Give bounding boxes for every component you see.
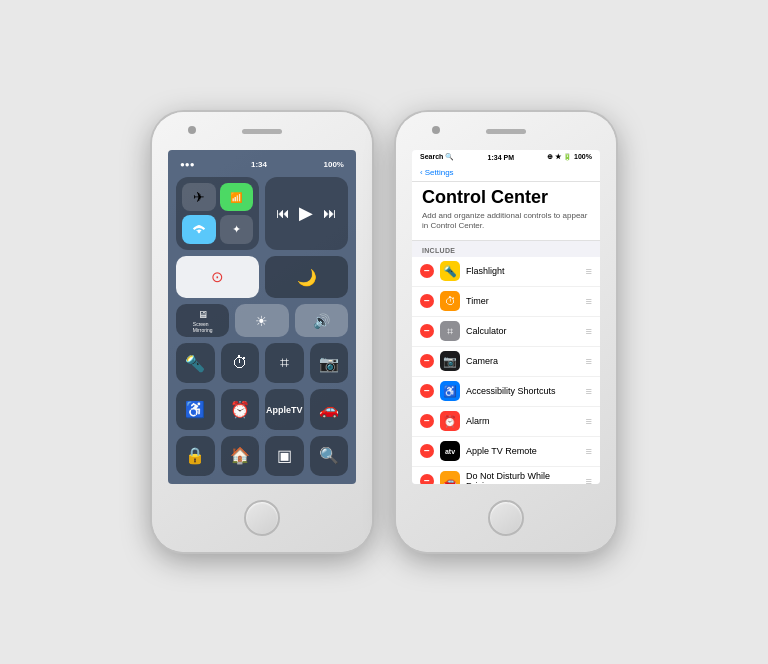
drag-handle[interactable]: ≡: [586, 475, 592, 484]
settings-list: − 🔦 Flashlight ≡ − ⏱ Timer ≡ − ⌗ Calcula…: [412, 257, 600, 484]
cc-row5: ♿ ⏰ AppleTV 🚗: [176, 389, 348, 429]
drag-handle[interactable]: ≡: [586, 355, 592, 367]
left-screen: ●●● 1:34 100% ✈ 📶 ✦ ⏮ ▶ ⏭: [168, 150, 356, 484]
do-not-disturb-btn[interactable]: 🌙: [265, 256, 348, 298]
calculator-icon: ⌗: [440, 321, 460, 341]
page-title: Control Center: [422, 188, 590, 208]
settings-header: Control Center Add and organize addition…: [412, 182, 600, 241]
accessibility-btn[interactable]: ♿: [176, 389, 215, 429]
flashlight-icon: 🔦: [440, 261, 460, 281]
cc-connectivity-group: ✈ 📶 ✦: [176, 177, 259, 250]
camera-btn[interactable]: 📷: [310, 343, 349, 383]
camera-icon: 📷: [440, 351, 460, 371]
home-btn-area-left: [244, 484, 280, 552]
speaker-right: [486, 129, 526, 134]
calculator-btn[interactable]: ⌗: [265, 343, 304, 383]
rewind-btn[interactable]: ⏮: [276, 205, 290, 221]
settings-screen: Search 🔍 1:34 PM ⊕ ★ 🔋 100% ‹ Settings C…: [412, 150, 600, 484]
control-center-screen: ●●● 1:34 100% ✈ 📶 ✦ ⏮ ▶ ⏭: [168, 150, 356, 484]
remove-calculator-btn[interactable]: −: [420, 324, 434, 338]
drag-handle[interactable]: ≡: [586, 415, 592, 427]
cc-row6: 🔒 🏠 ▣ 🔍: [176, 436, 348, 476]
drag-handle[interactable]: ≡: [586, 385, 592, 397]
settings-nav: ‹ Settings: [412, 164, 600, 182]
list-item[interactable]: − 🚗 Do Not Disturb While Driving ≡: [412, 467, 600, 484]
remove-dnd-driving-btn[interactable]: −: [420, 474, 434, 484]
right-screen: Search 🔍 1:34 PM ⊕ ★ 🔋 100% ‹ Settings C…: [412, 150, 600, 484]
flashlight-label: Flashlight: [466, 266, 580, 276]
left-iphone: ●●● 1:34 100% ✈ 📶 ✦ ⏮ ▶ ⏭: [152, 112, 372, 552]
timer-btn[interactable]: ⏱: [221, 343, 260, 383]
appletv-label: Apple TV Remote: [466, 446, 580, 456]
top-bar-left: [152, 112, 372, 150]
flashlight-btn[interactable]: 🔦: [176, 343, 215, 383]
apple-tv-btn[interactable]: AppleTV: [265, 389, 304, 429]
brightness-btn[interactable]: ☀: [235, 304, 288, 337]
alarm-label: Alarm: [466, 416, 580, 426]
car-btn[interactable]: 🚗: [310, 389, 349, 429]
back-label: Settings: [425, 168, 454, 177]
cc-row4: 🔦 ⏱ ⌗ 📷: [176, 343, 348, 383]
accessibility-icon: ♿: [440, 381, 460, 401]
remove-timer-btn[interactable]: −: [420, 294, 434, 308]
top-bar-right: [396, 112, 616, 150]
screen-mirroring-btn[interactable]: 🖥 ScreenMirroring: [176, 304, 229, 337]
forward-btn[interactable]: ⏭: [323, 205, 337, 221]
remove-alarm-btn[interactable]: −: [420, 414, 434, 428]
timer-icon: ⏱: [440, 291, 460, 311]
remove-appletv-btn[interactable]: −: [420, 444, 434, 458]
alarm-btn[interactable]: ⏰: [221, 389, 260, 429]
list-item[interactable]: − ♿ Accessibility Shortcuts ≡: [412, 377, 600, 407]
dnd-driving-label: Do Not Disturb While Driving: [466, 471, 580, 484]
drag-handle[interactable]: ≡: [586, 295, 592, 307]
volume-btn[interactable]: 🔊: [295, 304, 348, 337]
list-item[interactable]: − 📷 Camera ≡: [412, 347, 600, 377]
screen-mirror-icon: 🖥: [198, 309, 208, 320]
front-camera-left: [188, 126, 196, 134]
list-item[interactable]: − ⌗ Calculator ≡: [412, 317, 600, 347]
timer-label: Timer: [466, 296, 580, 306]
right-iphone: Search 🔍 1:34 PM ⊕ ★ 🔋 100% ‹ Settings C…: [396, 112, 616, 552]
cc-row3: 🖥 ScreenMirroring ☀ 🔊: [176, 304, 348, 337]
cc-media-group: ⏮ ▶ ⏭: [265, 177, 348, 250]
play-btn[interactable]: ▶: [299, 202, 313, 224]
cc-time: 1:34: [251, 160, 267, 169]
list-item[interactable]: − 🔦 Flashlight ≡: [412, 257, 600, 287]
section-header: INCLUDE: [412, 241, 600, 257]
lock-btn[interactable]: 🔒: [176, 436, 215, 476]
list-item[interactable]: − ⏱ Timer ≡: [412, 287, 600, 317]
screen-mirror-label: ScreenMirroring: [193, 321, 213, 333]
cellular-btn[interactable]: 📶: [220, 183, 254, 212]
page-subtitle: Add and organize additional controls to …: [422, 211, 590, 232]
zoom-btn[interactable]: 🔍: [310, 436, 349, 476]
home-button-left[interactable]: [244, 500, 280, 536]
drag-handle[interactable]: ≡: [586, 445, 592, 457]
remove-camera-btn[interactable]: −: [420, 354, 434, 368]
cc-row2: ⊙ 🌙: [176, 256, 348, 298]
battery-btn[interactable]: ▣: [265, 436, 304, 476]
home-button-right[interactable]: [488, 500, 524, 536]
list-item[interactable]: − atv Apple TV Remote ≡: [412, 437, 600, 467]
dnd-driving-icon: 🚗: [440, 471, 460, 484]
alarm-icon: ⏰: [440, 411, 460, 431]
cc-battery: 100%: [324, 160, 344, 169]
drag-handle[interactable]: ≡: [586, 325, 592, 337]
status-right: ⊕ ★ 🔋 100%: [547, 153, 592, 161]
back-button[interactable]: ‹ Settings: [420, 168, 592, 177]
home-btn-area-right: [488, 484, 524, 552]
back-chevron: ‹: [420, 168, 423, 177]
home-btn[interactable]: 🏠: [221, 436, 260, 476]
cc-top-grid: ✈ 📶 ✦ ⏮ ▶ ⏭: [176, 177, 348, 250]
rotation-lock-btn[interactable]: ⊙: [176, 256, 259, 298]
remove-accessibility-btn[interactable]: −: [420, 384, 434, 398]
bluetooth-btn[interactable]: ✦: [220, 215, 254, 244]
airplane-mode-btn[interactable]: ✈: [182, 183, 216, 212]
wifi-btn[interactable]: [182, 215, 216, 244]
cc-status-bar: ●●● 1:34 100%: [176, 158, 348, 171]
front-camera-right: [432, 126, 440, 134]
list-item[interactable]: − ⏰ Alarm ≡: [412, 407, 600, 437]
drag-handle[interactable]: ≡: [586, 265, 592, 277]
cc-signal: ●●●: [180, 160, 195, 169]
speaker-left: [242, 129, 282, 134]
remove-flashlight-btn[interactable]: −: [420, 264, 434, 278]
